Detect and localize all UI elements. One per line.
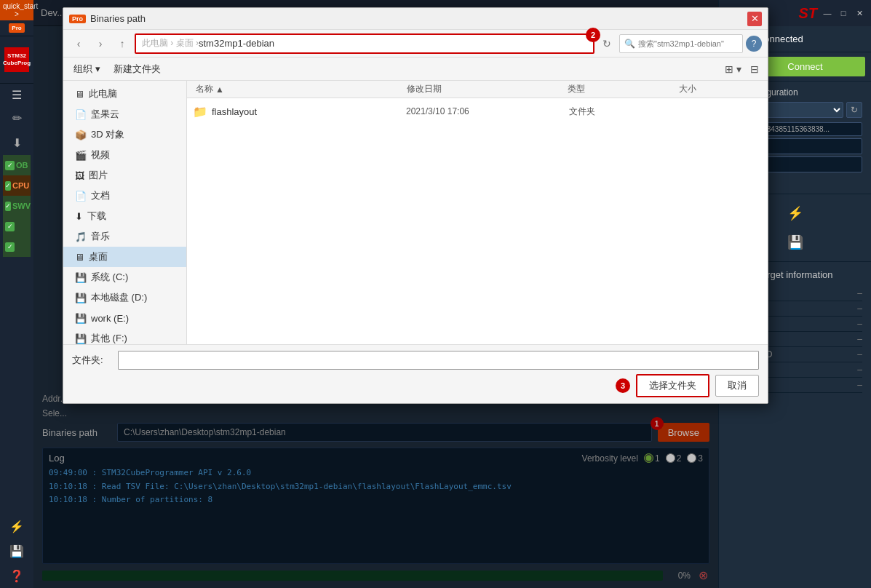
view-button-2[interactable]: ⊟ <box>747 62 762 76</box>
flash-icon: ⚡ <box>787 205 803 221</box>
maximize-button[interactable]: □ <box>838 8 849 18</box>
sidebar-item-download[interactable]: ⬇ <box>3 130 31 155</box>
filename-row: 文件夹: <box>72 351 759 370</box>
file-list-area: 名称 ▲ 修改日期 类型 大小 📁 <box>187 81 768 344</box>
download-icon: ⬇ <box>12 136 22 150</box>
breadcrumb-part1: 此电脑 › 桌面 › <box>142 37 199 49</box>
file-list-header: 名称 ▲ 修改日期 类型 大小 <box>187 81 768 98</box>
ob-label: OB <box>16 161 28 170</box>
nav-item-pictures-label: 图片 <box>89 169 108 182</box>
search-input[interactable] <box>638 39 738 48</box>
column-name[interactable]: 名称 ▲ <box>190 83 401 95</box>
file-name-label: flashlayout <box>212 106 257 117</box>
new-folder-button[interactable]: 新建文件夹 <box>108 61 167 77</box>
save-config-icon: 💾 <box>787 234 803 250</box>
sidebar-item-swv[interactable]: ✓ SWV <box>3 196 31 216</box>
video-icon: 🎬 <box>75 150 87 161</box>
swv-label: SWV <box>12 202 31 210</box>
footer-buttons: 3 选择文件夹 取消 <box>72 374 759 397</box>
dialog-close-button[interactable]: ✕ <box>747 12 762 26</box>
sidebar-item-ob[interactable]: ✓ OB <box>3 155 31 175</box>
nav-refresh-button[interactable]: ↻ <box>597 35 616 52</box>
board-val: – <box>857 288 862 298</box>
dialog-icon: Pro <box>69 15 86 23</box>
table-row[interactable]: 📁 flashlayout 2021/3/10 17:06 文件夹 <box>187 101 768 122</box>
dialog-body: 🖥 此电脑 📄 坚果云 📦 3D 对象 🎬 <box>63 81 768 344</box>
search-icon: 🔍 <box>624 39 635 49</box>
filename-input[interactable] <box>118 351 759 370</box>
nav-item-d-drive[interactable]: 💾 本地磁盘 (D:) <box>63 287 186 308</box>
cpu-target-val: – <box>857 380 862 390</box>
nav-item-jianguoyun-label: 坚果云 <box>91 108 119 121</box>
main-content: Dev... Addr... Sele... Binaries path C:\… <box>33 0 718 588</box>
file-type-cell: 文件夹 <box>563 106 675 118</box>
cpu-label: CPU <box>12 181 29 190</box>
nav-item-music-label: 音乐 <box>91 230 110 243</box>
nav-forward-button[interactable]: › <box>91 35 110 52</box>
menu-button[interactable]: ☰ <box>3 84 31 106</box>
sort-icon: ▲ <box>215 84 224 95</box>
sidebar-item-check5[interactable]: ✓ <box>3 237 31 257</box>
e-drive-icon: 💾 <box>75 313 87 324</box>
nav-item-music[interactable]: 🎵 音乐 <box>63 226 186 247</box>
sidebar-item-ethernet[interactable]: ⚡ <box>3 514 31 539</box>
column-size[interactable]: 大小 <box>673 83 765 95</box>
address-path-bar[interactable]: 此电脑 › 桌面 › stm32mp1-debian 2 <box>135 33 594 54</box>
dialog-nav-toolbar: 组织 ▾ 新建文件夹 ⊞ ▾ ⊟ <box>63 57 768 81</box>
help-button[interactable]: ? <box>746 36 762 52</box>
sidebar-item-save[interactable]: 💾 <box>3 539 31 563</box>
stm32-logo[interactable]: STM32CubeProg <box>3 41 31 79</box>
column-date[interactable]: 修改日期 <box>401 83 562 95</box>
dialog-sidebar-nav: 🖥 此电脑 📄 坚果云 📦 3D 对象 🎬 <box>63 81 187 344</box>
usb-refresh-button[interactable]: ↻ <box>846 102 862 118</box>
nav-item-downloads-label: 下载 <box>87 210 106 223</box>
nav-item-pictures[interactable]: 🖼 图片 <box>63 165 186 186</box>
quick-start-bar[interactable]: quick_start > <box>0 0 33 20</box>
nav-item-d-drive-label: 本地磁盘 (D:) <box>91 291 147 304</box>
dialog-title-left: Pro Binaries path <box>69 13 146 24</box>
nav-item-downloads[interactable]: ⬇ 下载 <box>63 206 186 226</box>
filename-label: 文件夹: <box>72 354 112 367</box>
app-logo: Pro <box>0 20 33 36</box>
select-folder-button[interactable]: 选择文件夹 <box>636 374 709 397</box>
file-name-cell: 📁 flashlayout <box>187 105 400 119</box>
device-id-val: – <box>857 334 862 344</box>
nav-item-f-drive[interactable]: 💾 其他 (F:) <box>63 328 186 344</box>
flash-icon-btn[interactable]: ⚡ <box>782 200 808 226</box>
revision-id-val: – <box>857 349 862 359</box>
desktop-icon: 🖥 <box>75 252 84 263</box>
nav-item-video[interactable]: 🎬 视频 <box>63 145 186 165</box>
save-config-btn[interactable]: 💾 <box>782 229 808 255</box>
nav-item-c-drive[interactable]: 💾 系统 (C:) <box>63 267 186 287</box>
nav-item-jianguoyun[interactable]: 📄 坚果云 <box>63 104 186 124</box>
nav-item-e-drive-label: work (E:) <box>91 313 129 324</box>
save-icon: 💾 <box>9 544 24 558</box>
address-current-path: stm32mp1-debian <box>199 38 274 49</box>
nav-item-docs[interactable]: 📄 文档 <box>63 186 186 206</box>
nav-back-button[interactable]: ‹ <box>69 35 88 52</box>
cloud-icon: 📄 <box>75 109 87 120</box>
sidebar-item-check4[interactable]: ✓ <box>3 216 31 237</box>
sidebar-item-help[interactable]: ❓ <box>3 563 31 588</box>
nav-item-desktop[interactable]: 🖥 桌面 <box>63 247 186 267</box>
dialog-footer: 文件夹: 3 选择文件夹 取消 <box>63 344 768 403</box>
minimize-button[interactable]: — <box>822 8 833 18</box>
edit-icon: ✏ <box>12 111 22 125</box>
column-type[interactable]: 类型 <box>562 83 673 95</box>
sidebar-item-edit[interactable]: ✏ <box>3 106 31 130</box>
view-button[interactable]: ⊞ ▾ <box>722 62 744 76</box>
organize-button[interactable]: 组织 ▾ <box>69 61 105 77</box>
nav-item-e-drive[interactable]: 💾 work (E:) <box>63 308 186 328</box>
dialog-title: Binaries path <box>90 13 146 24</box>
nav-up-button[interactable]: ↑ <box>113 35 132 52</box>
nav-item-3d[interactable]: 📦 3D 对象 <box>63 124 186 145</box>
dialog-titlebar: Pro Binaries path ✕ <box>63 8 768 30</box>
flash-val: – <box>857 365 862 375</box>
nav-item-docs-label: 文档 <box>91 189 110 202</box>
c-drive-icon: 💾 <box>75 272 87 283</box>
downloads-icon: ⬇ <box>75 211 83 222</box>
sidebar-item-cpu[interactable]: ✓ CPU <box>3 175 31 196</box>
nav-item-computer[interactable]: 🖥 此电脑 <box>63 84 186 104</box>
cancel-button[interactable]: 取消 <box>715 375 759 397</box>
close-window-button[interactable]: ✕ <box>854 8 865 18</box>
